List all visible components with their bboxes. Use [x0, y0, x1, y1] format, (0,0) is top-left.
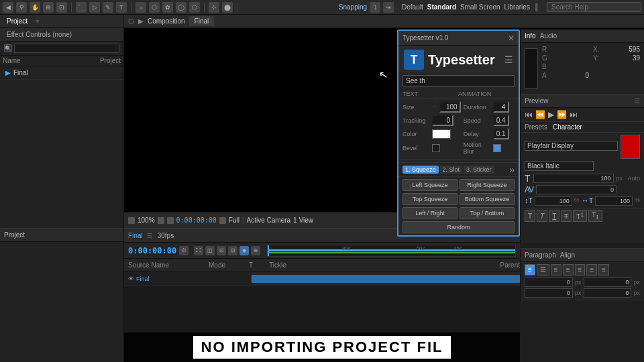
- toolbar-icon-14[interactable]: ⬠: [189, 2, 200, 13]
- toolbar-icon-13[interactable]: ◯: [176, 2, 186, 13]
- top-bottom-btn[interactable]: Top / Bottom: [460, 207, 515, 219]
- tl-icon1[interactable]: ⏱: [179, 246, 189, 255]
- toolbar-icon-11[interactable]: ⬡: [149, 2, 160, 13]
- space-before-input[interactable]: [525, 288, 573, 298]
- default-label[interactable]: Default: [402, 3, 423, 11]
- subscript-btn[interactable]: T1: [588, 210, 602, 222]
- tracking-input[interactable]: [536, 185, 616, 194]
- justify-center-btn[interactable]: ≡: [575, 264, 586, 276]
- align-right-btn[interactable]: ≡: [551, 264, 561, 276]
- project-item-final[interactable]: ▶ Final: [0, 66, 123, 80]
- preview-menu[interactable]: ☰: [634, 97, 640, 105]
- indent-after-input[interactable]: [584, 278, 632, 287]
- toolbar-icon-6[interactable]: ⬛: [76, 2, 87, 13]
- info-tab[interactable]: Info: [525, 32, 536, 40]
- effect-controls-tab[interactable]: Effect Controls (none): [4, 31, 74, 38]
- ts-tracking-input[interactable]: [432, 115, 453, 126]
- font-select[interactable]: [525, 141, 618, 151]
- ts-delay-input[interactable]: [493, 128, 509, 139]
- toolbar-icon-5[interactable]: ⊡: [56, 2, 67, 13]
- ts-search-input[interactable]: [402, 75, 515, 86]
- toolbar-icon-10[interactable]: ⬦: [136, 2, 146, 13]
- small-screen-label[interactable]: Small Screen: [460, 3, 500, 11]
- ts-tab-3[interactable]: 3. Sticker: [464, 166, 494, 174]
- font-style-input[interactable]: [525, 161, 594, 171]
- tl-icon3[interactable]: ◫: [205, 246, 215, 255]
- ts-bevel-checkbox[interactable]: [432, 144, 440, 152]
- ts-size-input[interactable]: [439, 101, 461, 113]
- ts-more-tabs[interactable]: »: [509, 164, 515, 175]
- tl-icon6[interactable]: ◆: [239, 246, 249, 255]
- align-center-btn[interactable]: ☰: [537, 264, 549, 276]
- standard-label[interactable]: Standard: [427, 3, 456, 11]
- toolbar-icon-1[interactable]: ◀: [3, 2, 13, 13]
- tl-icon4[interactable]: ⊡: [217, 246, 226, 255]
- libraries-label[interactable]: Libraries: [504, 3, 530, 11]
- prev-play-btn[interactable]: ▶: [548, 110, 554, 119]
- toolbar-icon-2[interactable]: ⚲: [16, 2, 27, 13]
- prev-next-btn[interactable]: ⏩: [557, 110, 567, 119]
- layer-eye-icon[interactable]: 👁: [128, 276, 134, 282]
- layer-name[interactable]: Final: [136, 276, 150, 282]
- align-left-btn[interactable]: ≡: [525, 264, 535, 276]
- strikethrough-btn[interactable]: T̶: [561, 210, 572, 222]
- resolution-select[interactable]: Full: [229, 217, 239, 224]
- bold-btn[interactable]: T: [525, 210, 535, 222]
- ts-tab-1[interactable]: 1. Squeeze: [402, 166, 439, 174]
- search-icon-project[interactable]: 🔍: [4, 44, 12, 52]
- ts-motionblur-checkbox[interactable]: [493, 144, 501, 152]
- indent-before-input[interactable]: [525, 278, 573, 287]
- ts-duration-input[interactable]: [493, 101, 509, 113]
- toolbar-icon-15[interactable]: ⊹: [209, 2, 219, 13]
- time-code[interactable]: 0:00:00:00: [176, 217, 217, 224]
- comp-tab-final[interactable]: Final: [189, 16, 215, 26]
- random-btn[interactable]: Random: [402, 221, 515, 233]
- justify-all-btn[interactable]: ≡: [598, 264, 609, 276]
- toolbar-icon-16[interactable]: ⬤: [222, 2, 233, 13]
- toolbar-icon-3[interactable]: ✋: [30, 2, 40, 13]
- toolbar-icon-9[interactable]: T: [116, 2, 127, 13]
- horiz-scale-input[interactable]: [595, 196, 633, 206]
- character-tab[interactable]: Character: [553, 123, 582, 131]
- zoom-level[interactable]: 100%: [138, 217, 155, 224]
- prev-first-btn[interactable]: ⏮: [525, 110, 533, 119]
- left-right-btn[interactable]: Left / Right: [402, 207, 458, 219]
- underline-btn[interactable]: T: [549, 210, 559, 222]
- tl-icon2[interactable]: ⛶: [194, 246, 203, 255]
- tl-icon5[interactable]: ⊡: [228, 246, 237, 255]
- italic-btn[interactable]: T: [537, 210, 547, 222]
- time-display[interactable]: 0:00:00:00: [128, 246, 176, 255]
- toolbar-icon-8[interactable]: ✎: [103, 2, 113, 13]
- top-squeeze-btn[interactable]: Top Squeeze: [402, 193, 458, 205]
- font-size-input[interactable]: [533, 174, 614, 183]
- ts-menu-icon[interactable]: ☰: [504, 54, 513, 65]
- ts-tab-2[interactable]: 2. Slot: [440, 166, 463, 174]
- views-select[interactable]: 1 View: [293, 217, 313, 224]
- timeline-ruler[interactable]: 30s 60s 75s: [267, 245, 516, 257]
- timeline-menu[interactable]: ☰: [147, 233, 152, 239]
- snap-icon[interactable]: ⤵: [370, 2, 380, 13]
- snap-icon2[interactable]: ⇥: [383, 2, 394, 13]
- vert-scale-input[interactable]: [535, 196, 572, 206]
- project-search-input[interactable]: [14, 44, 119, 53]
- toolbar-icon-7[interactable]: ▷: [89, 2, 100, 13]
- layer-bar-area[interactable]: [252, 272, 520, 285]
- toolbar-icon-12[interactable]: ✿: [162, 2, 173, 13]
- right-squeeze-btn[interactable]: Right Squeeze: [460, 179, 515, 191]
- justify-right-btn[interactable]: ≡: [586, 264, 597, 276]
- left-squeeze-btn[interactable]: Left Squeeze: [402, 179, 458, 191]
- prev-last-btn[interactable]: ⏭: [570, 110, 578, 119]
- space-after-input[interactable]: [584, 288, 632, 298]
- justify-left-btn[interactable]: ≡: [563, 264, 574, 276]
- ts-close-btn[interactable]: ✕: [508, 34, 515, 43]
- tl-icon7[interactable]: ⊕: [251, 246, 260, 255]
- audio-tab[interactable]: Audio: [540, 32, 557, 40]
- toolbar-icon-4[interactable]: ⊕: [43, 2, 54, 13]
- project-tab[interactable]: Project: [4, 17, 30, 25]
- prev-prev-btn[interactable]: ⏪: [535, 110, 545, 119]
- bottom-squeeze-btn[interactable]: Bottom Squeeze: [460, 193, 515, 205]
- ts-speed-input[interactable]: [493, 115, 509, 126]
- search-help-input[interactable]: [547, 2, 641, 12]
- camera-select[interactable]: Active Camera: [247, 217, 291, 224]
- ts-color-swatch[interactable]: [432, 129, 451, 139]
